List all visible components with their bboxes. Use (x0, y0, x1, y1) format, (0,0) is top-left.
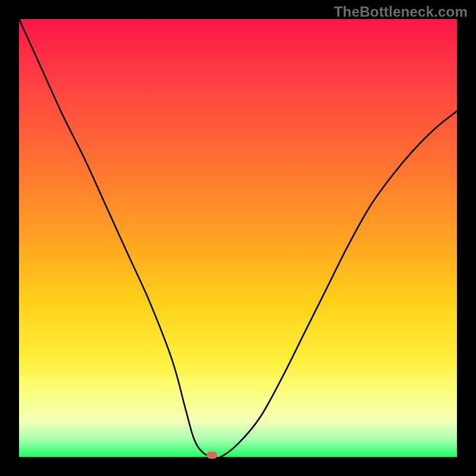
watermark-text: TheBottleneck.com (334, 4, 468, 20)
bottleneck-curve (19, 19, 457, 457)
plot-area (19, 19, 457, 457)
chart-frame: TheBottleneck.com (0, 0, 476, 476)
optimal-point-marker (206, 452, 217, 459)
